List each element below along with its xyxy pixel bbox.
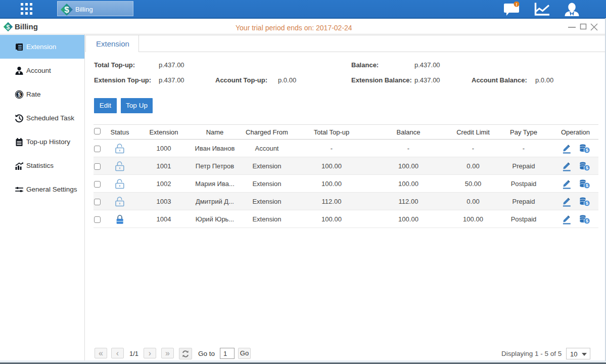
svg-text:$: $ bbox=[7, 24, 10, 31]
svg-text:$: $ bbox=[18, 92, 21, 98]
svg-text:$: $ bbox=[64, 5, 69, 15]
svg-text:!: ! bbox=[516, 2, 518, 7]
